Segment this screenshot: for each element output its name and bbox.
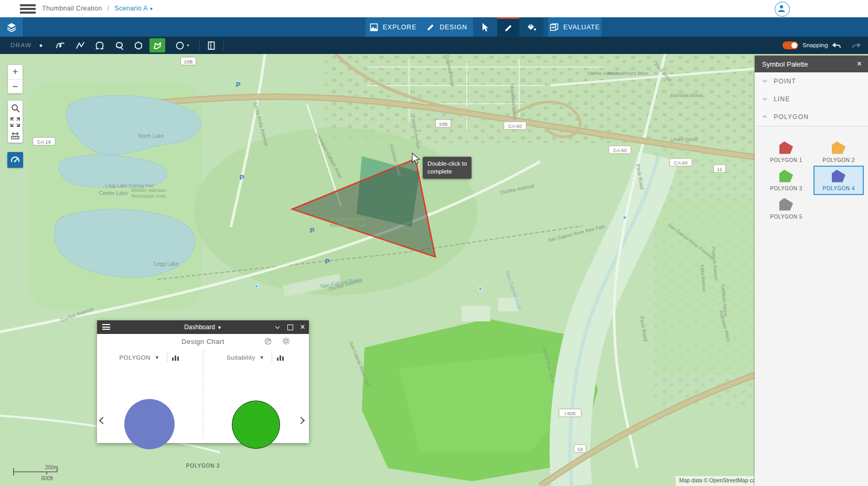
section-point-label: POINT bbox=[774, 78, 796, 85]
bar-chart-icon[interactable] bbox=[172, 354, 179, 361]
chart-field-label: Suitability bbox=[227, 354, 255, 361]
chevron-down-icon: ▼ bbox=[217, 325, 222, 330]
draw-circle-tool[interactable]: ▾ bbox=[171, 38, 193, 52]
fill-tool-button[interactable] bbox=[519, 17, 543, 37]
map-label: Legg Lake bbox=[154, 261, 179, 267]
polygon-symbol-item[interactable]: POLYGON 5 bbox=[761, 194, 811, 223]
section-line[interactable]: LINE bbox=[755, 90, 868, 109]
map-label: Center Lake bbox=[99, 190, 128, 196]
lasso-icon bbox=[114, 40, 124, 51]
redo-button[interactable] bbox=[849, 38, 864, 52]
circle-icon bbox=[175, 40, 185, 51]
draw-freehand-polygon-tool[interactable] bbox=[92, 38, 108, 52]
map-label: North Lake bbox=[138, 133, 164, 139]
chart-selector-right[interactable]: Suitability ▼ bbox=[213, 353, 297, 362]
layers-button[interactable] bbox=[0, 17, 24, 37]
pencil-icon bbox=[426, 23, 435, 31]
draw-lasso-tool[interactable] bbox=[111, 38, 127, 52]
visibility-off-icon[interactable] bbox=[264, 337, 272, 345]
tab-design[interactable]: DESIGN bbox=[421, 17, 473, 37]
section-line-label: LINE bbox=[774, 95, 790, 103]
draw-template-tool[interactable] bbox=[203, 38, 219, 52]
draw-shape-polygon-tool[interactable] bbox=[131, 38, 146, 52]
polygon-swatch-icon bbox=[832, 170, 845, 182]
dashboard-titlebar[interactable]: Dashboard▼ × bbox=[97, 320, 309, 334]
polygon-draw-icon bbox=[152, 40, 163, 51]
cursor-arrow-icon bbox=[481, 23, 490, 32]
polygon-symbol-item[interactable]: POLYGON 3 bbox=[761, 166, 811, 195]
draw-curve-tool[interactable] bbox=[52, 38, 68, 52]
breadcrumb: Thumbnail Creation/Scenario A▾ bbox=[42, 5, 153, 12]
tooltip-line1: Double-click to bbox=[427, 160, 467, 168]
pie-chart-polygon[interactable] bbox=[124, 399, 175, 449]
tab-evaluate[interactable]: EVALUATE bbox=[548, 17, 602, 37]
carousel-prev-button[interactable] bbox=[100, 416, 105, 425]
draw-polygon-tool-active[interactable] bbox=[149, 38, 165, 52]
vertex-handle[interactable] bbox=[255, 285, 258, 288]
top-bar: Thumbnail Creation/Scenario A▾ bbox=[0, 0, 868, 17]
polygon-symbol-item[interactable]: POLYGON 2 bbox=[813, 137, 864, 167]
polygon-symbol-item[interactable]: POLYGON 4 bbox=[813, 166, 864, 195]
symbol-palette-panel: Symbol Palette × POINT LINE POLYGON POLY… bbox=[755, 56, 868, 486]
explore-icon bbox=[370, 23, 378, 31]
design-chart-title: Design Chart bbox=[97, 338, 309, 345]
snapping-toggle[interactable] bbox=[783, 41, 798, 49]
draw-point-tool[interactable] bbox=[33, 38, 49, 52]
polyline-icon bbox=[75, 40, 85, 51]
search-icon[interactable] bbox=[10, 103, 20, 113]
extent-icon[interactable] bbox=[10, 117, 20, 127]
zoom-in-button[interactable]: + bbox=[8, 65, 23, 80]
vertex-handle[interactable] bbox=[623, 216, 626, 219]
map-label: Recreation Area bbox=[330, 222, 366, 228]
person-icon bbox=[775, 2, 788, 15]
map-label: Whittier Narrows bbox=[131, 188, 166, 193]
pie-chart-suitability[interactable] bbox=[232, 401, 280, 449]
section-polygon[interactable]: POLYGON bbox=[755, 108, 868, 126]
main-menu-icon[interactable] bbox=[20, 4, 36, 13]
polygon-symbol-item[interactable]: POLYGON 1 bbox=[761, 137, 811, 167]
undo-button[interactable] bbox=[829, 38, 844, 52]
chevron-up-icon bbox=[763, 115, 767, 120]
section-point[interactable]: POINT bbox=[755, 72, 868, 91]
chart-field-label: POLYGON bbox=[120, 354, 151, 361]
map-label: Farndon Street bbox=[671, 93, 703, 98]
mode-toolbar: EXPLORE DESIGN bbox=[0, 17, 868, 37]
chart-selector-left[interactable]: POLYGON ▼ bbox=[108, 353, 191, 362]
pencil-icon bbox=[504, 24, 513, 33]
draw-tool-button[interactable] bbox=[497, 17, 519, 37]
polygon-swatch-icon bbox=[779, 142, 793, 154]
template-icon bbox=[206, 40, 217, 51]
measure-icon[interactable] bbox=[10, 131, 20, 141]
undo-icon bbox=[831, 41, 842, 50]
map-tools bbox=[8, 101, 23, 143]
panel-divider bbox=[203, 351, 203, 439]
project-title: Thumbnail Creation bbox=[42, 5, 102, 12]
route-shield-label: CA 60 bbox=[674, 160, 688, 166]
toolbar-divider bbox=[199, 40, 200, 51]
draw-polyline-tool[interactable] bbox=[72, 38, 88, 52]
carousel-next-button[interactable] bbox=[298, 416, 304, 425]
parking-icon: P bbox=[325, 257, 330, 265]
bar-chart-icon[interactable] bbox=[276, 354, 284, 361]
select-tool-button[interactable] bbox=[473, 17, 497, 37]
zoom-out-button[interactable]: − bbox=[8, 80, 23, 94]
route-shield-label: 19 bbox=[577, 446, 583, 452]
gear-icon[interactable] bbox=[282, 337, 291, 345]
maximize-button[interactable] bbox=[284, 320, 296, 334]
chevron-down-icon: ▼ bbox=[260, 355, 264, 360]
scenario-selector[interactable]: Scenario A bbox=[114, 5, 147, 12]
dashboard-toggle-button[interactable] bbox=[7, 152, 23, 168]
vertex-handle[interactable] bbox=[479, 287, 482, 290]
tab-explore[interactable]: EXPLORE bbox=[366, 17, 421, 37]
dashboard-body: POLYGON ▼ Suitability ▼ POLYGON 3 bbox=[97, 349, 309, 443]
user-avatar[interactable] bbox=[775, 2, 790, 17]
mouse-cursor-icon bbox=[411, 153, 422, 165]
draw-tooltip: Double-click to complete bbox=[423, 157, 471, 179]
polygon-symbol-label: POLYGON 1 bbox=[770, 157, 802, 163]
polygon-symbol-label: POLYGON 2 bbox=[822, 157, 855, 163]
close-icon[interactable]: × bbox=[296, 320, 309, 334]
collapse-button[interactable] bbox=[271, 320, 284, 334]
close-icon[interactable]: × bbox=[857, 59, 862, 69]
parking-icon: P bbox=[310, 226, 315, 234]
route-shield-label: CA 60 bbox=[613, 147, 627, 153]
